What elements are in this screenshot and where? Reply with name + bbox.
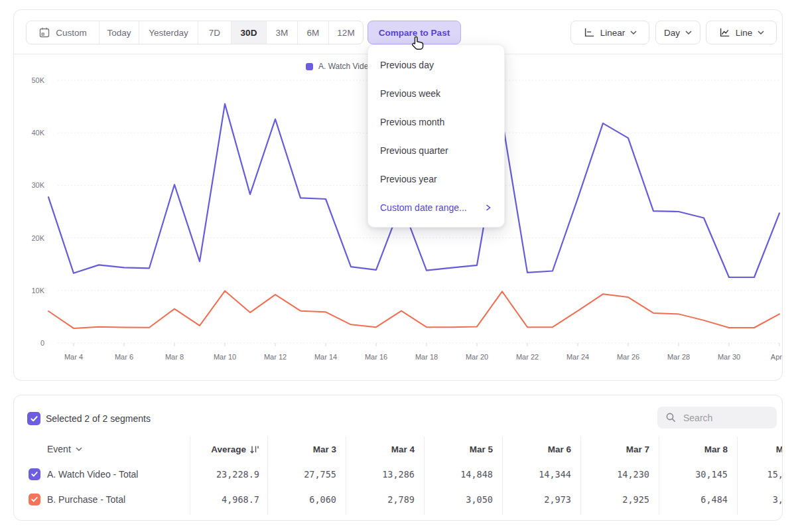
- menu-item-previous-year[interactable]: Previous year: [368, 165, 504, 193]
- search-input[interactable]: Search: [657, 407, 777, 429]
- row-checkbox-purchase[interactable]: [29, 494, 40, 505]
- menu-item-custom-date-range[interactable]: Custom date range...: [368, 193, 504, 222]
- menu-item-previous-week[interactable]: Previous week: [368, 79, 504, 107]
- selected-count-label: Selected 2 of 2 segments: [46, 413, 151, 424]
- x-axis-label: Apr 1: [754, 353, 783, 361]
- table-cell: 14,848: [425, 462, 502, 487]
- table-cell: 2,925: [581, 487, 659, 512]
- date-column-header[interactable]: Mar 3: [268, 436, 346, 462]
- y-axis-label: 0: [19, 339, 44, 347]
- x-axis-label: Mar 18: [401, 353, 452, 361]
- x-axis-label: Mar 24: [553, 353, 603, 361]
- menu-item-previous-month[interactable]: Previous month: [368, 107, 504, 136]
- x-axis-label: Mar 14: [300, 353, 351, 361]
- chevron-right-icon: [486, 204, 491, 211]
- row-checkbox-watch-video[interactable]: [29, 468, 40, 480]
- average-value: 4,968.7: [190, 487, 267, 512]
- segments-card: Selected 2 of 2 segments Search Event A.…: [13, 395, 783, 521]
- date-column-header[interactable]: Mar 6: [503, 436, 580, 462]
- x-axis-label: Mar 16: [351, 353, 401, 361]
- table-cell: 13,286: [346, 462, 424, 487]
- table-cell: 3,050: [425, 487, 502, 512]
- menu-item-previous-quarter[interactable]: Previous quarter: [368, 136, 504, 165]
- select-all-checkbox[interactable]: [27, 412, 40, 425]
- table-cell: 14,230: [581, 462, 659, 487]
- x-axis-label: Mar 22: [502, 353, 553, 361]
- x-axis-label: Mar 26: [603, 353, 653, 361]
- date-column: Mar 413,2862,789: [346, 436, 424, 515]
- date-columns: Mar 327,7556,060Mar 413,2862,789Mar 514,…: [267, 436, 783, 515]
- date-column: Mar 614,3442,973: [502, 436, 580, 515]
- y-axis-label: 30K: [19, 181, 44, 189]
- purchase-line: [48, 291, 779, 328]
- search-placeholder: Search: [683, 413, 712, 423]
- segment-row-watch-video[interactable]: A. Watch Video - Total: [14, 462, 190, 487]
- event-column: Event A. Watch Video - Total B. Purchase…: [14, 436, 190, 515]
- table-cell: 3,: [738, 487, 783, 512]
- legend-swatch-watch-video: [306, 63, 313, 70]
- legend-label: A. Watch Video: [318, 62, 373, 71]
- table-cell: 30,145: [659, 462, 737, 487]
- date-column-header[interactable]: Mar 7: [581, 436, 659, 462]
- date-column: Mar 830,1456,484: [659, 436, 737, 515]
- y-axis-label: 20K: [19, 234, 44, 242]
- table-cell: 2,973: [503, 487, 580, 512]
- date-column-header[interactable]: Mar 8: [659, 436, 737, 462]
- table-cell: 2,789: [346, 487, 424, 512]
- x-axis-label: Mar 10: [200, 353, 250, 361]
- segment-label: B. Purchase - Total: [47, 494, 125, 505]
- segment-label: A. Watch Video - Total: [47, 469, 138, 480]
- chart-card: Custom Today Yesterday 7D 30D 3M 6M 12M …: [13, 9, 783, 381]
- compare-to-past-menu: Previous day Previous week Previous mont…: [367, 44, 505, 228]
- table-cell: 15,: [738, 462, 783, 487]
- segments-table: Event A. Watch Video - Total B. Purchase…: [14, 436, 783, 515]
- y-axis-label: 40K: [19, 129, 44, 137]
- date-column-header[interactable]: Mar 4: [346, 436, 424, 462]
- date-column: M15,3,: [737, 436, 783, 515]
- date-column-header[interactable]: M: [738, 436, 783, 462]
- average-value: 23,228.9: [190, 462, 267, 487]
- menu-item-previous-day[interactable]: Previous day: [368, 50, 504, 79]
- x-axis-label: Mar 6: [99, 353, 149, 361]
- table-cell: 14,344: [503, 462, 580, 487]
- date-column-header[interactable]: Mar 5: [425, 436, 502, 462]
- average-column: Average 23,228.9 4,968.7: [190, 436, 267, 515]
- date-column: Mar 327,7556,060: [267, 436, 346, 515]
- event-column-header[interactable]: Event: [14, 436, 190, 462]
- average-column-header[interactable]: Average: [190, 436, 267, 462]
- x-axis-label: Mar 20: [452, 353, 502, 361]
- table-cell: 6,060: [268, 487, 346, 512]
- chevron-down-icon: [76, 447, 82, 451]
- date-column: Mar 714,2302,925: [580, 436, 659, 515]
- x-axis-label: Mar 4: [48, 353, 99, 361]
- x-axis-label: Mar 12: [250, 353, 300, 361]
- segments-header: Selected 2 of 2 segments Search: [14, 395, 782, 436]
- x-axis-label: Mar 28: [653, 353, 704, 361]
- sort-descending-icon: [249, 445, 259, 454]
- x-axis-label: Mar 8: [149, 353, 200, 361]
- x-axis-label: Mar 30: [704, 353, 754, 361]
- table-cell: 6,484: [659, 487, 737, 512]
- segment-row-purchase[interactable]: B. Purchase - Total: [14, 487, 190, 512]
- y-axis-label: 10K: [19, 287, 44, 295]
- chart-legend[interactable]: A. Watch Video: [306, 62, 373, 71]
- cursor-pointer-icon: [411, 35, 426, 51]
- table-cell: 27,755: [268, 462, 346, 487]
- y-axis-label: 50K: [19, 76, 44, 84]
- search-icon: [665, 412, 677, 423]
- date-column: Mar 514,8483,050: [424, 436, 502, 515]
